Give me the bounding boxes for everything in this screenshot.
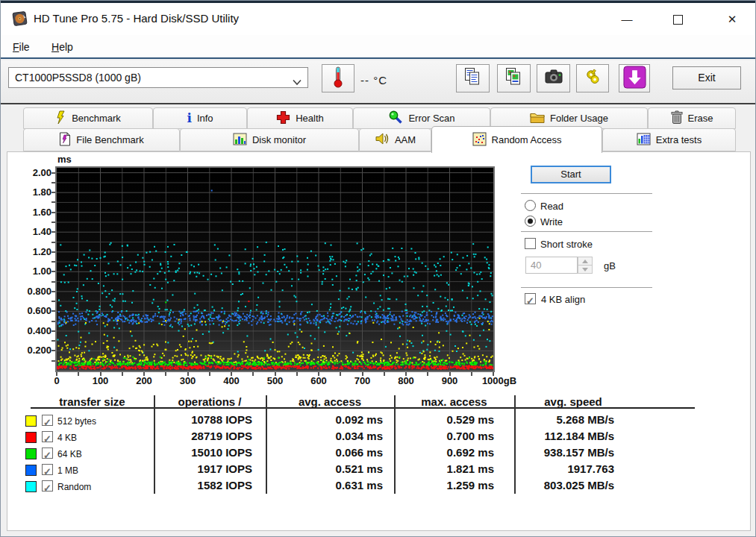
close-button[interactable]: ✕ bbox=[719, 8, 745, 31]
copy-image-button[interactable] bbox=[497, 64, 531, 92]
x-axis-tick bbox=[405, 372, 407, 376]
health-cross-icon bbox=[276, 110, 290, 127]
minimize-button[interactable]: — bbox=[614, 8, 640, 31]
stroke-size-down-button[interactable] bbox=[578, 265, 593, 274]
series-checkbox[interactable] bbox=[42, 415, 53, 426]
x-axis-tick-label: 500 bbox=[267, 375, 284, 386]
short-stroke-label: Short stroke bbox=[540, 239, 593, 250]
tab-aam[interactable]: AAM bbox=[359, 128, 431, 151]
tab-file-benchmark-label: File Benchmark bbox=[76, 134, 143, 145]
tab-error-scan-label: Error Scan bbox=[408, 113, 454, 124]
x-axis-tick bbox=[78, 372, 79, 376]
trash-icon bbox=[671, 110, 683, 127]
update-button[interactable] bbox=[619, 64, 650, 92]
tab-disk-monitor-label: Disk monitor bbox=[252, 134, 306, 145]
thermometer-icon bbox=[332, 66, 344, 91]
screenshot-button[interactable] bbox=[537, 64, 570, 92]
tab-random-access[interactable]: Random Access bbox=[431, 126, 602, 153]
short-stroke-checkbox[interactable] bbox=[525, 238, 536, 249]
x-axis-tick-label: 700 bbox=[354, 375, 371, 386]
tab-file-benchmark[interactable]: File Benchmark bbox=[23, 128, 180, 151]
copy-text-icon bbox=[463, 67, 482, 90]
y-axis-tick bbox=[51, 261, 55, 263]
magnifier-icon bbox=[388, 110, 403, 127]
tab-erase[interactable]: Erase bbox=[648, 107, 736, 129]
y-axis-tick bbox=[51, 222, 55, 223]
y-axis-tick-label: 0.600 bbox=[19, 305, 51, 317]
operations-cell: 1917 IOPS bbox=[154, 462, 266, 477]
x-axis-tick bbox=[187, 372, 189, 376]
x-axis-tick bbox=[362, 372, 363, 376]
y-axis-tick-label: 2.00 bbox=[19, 167, 51, 179]
maximize-button[interactable] bbox=[665, 8, 690, 31]
x-axis-tick bbox=[493, 372, 494, 376]
menu-help[interactable]: Help bbox=[47, 40, 78, 54]
series-color-swatch bbox=[25, 448, 37, 459]
start-button-label: Start bbox=[560, 169, 581, 180]
x-axis-tick bbox=[143, 372, 145, 376]
y-axis-tick bbox=[51, 251, 55, 253]
operations-cell: 10788 IOPS bbox=[154, 413, 266, 428]
operations-cell: 28719 IOPS bbox=[154, 430, 266, 445]
close-icon: ✕ bbox=[728, 13, 737, 25]
tab-health[interactable]: Health bbox=[247, 107, 353, 129]
x-axis-tick bbox=[384, 372, 385, 376]
chevron-down-icon bbox=[293, 75, 302, 89]
copy-image-icon bbox=[504, 67, 523, 90]
short-stroke-size-input[interactable]: 40 bbox=[525, 257, 578, 274]
col-header-operations: operations / bbox=[154, 395, 266, 408]
y-axis-tick-label: 1.00 bbox=[19, 266, 51, 277]
series-color-swatch bbox=[25, 432, 37, 443]
max-access-cell: 1.259 ms bbox=[394, 479, 514, 494]
y-axis-tick-label: 1.20 bbox=[19, 246, 51, 258]
lightning-icon bbox=[55, 110, 66, 127]
exit-button[interactable]: Exit bbox=[672, 66, 741, 90]
transfer-size-label: Random bbox=[57, 482, 91, 492]
x-axis-tick bbox=[275, 372, 276, 376]
stroke-size-unit-label: gB bbox=[604, 260, 616, 271]
align-4kb-label: 4 KB align bbox=[541, 294, 585, 305]
x-axis-tick bbox=[209, 372, 210, 376]
read-radio[interactable] bbox=[525, 200, 536, 211]
y-axis-tick bbox=[51, 201, 55, 203]
operations-cell: 15010 IOPS bbox=[154, 446, 266, 461]
avg-access-cell: 0.092 ms bbox=[266, 413, 394, 428]
transfer-size-label: 4 KB bbox=[57, 433, 77, 443]
x-axis-tick bbox=[122, 372, 123, 376]
align-4kb-checkbox[interactable] bbox=[525, 293, 536, 304]
avg-speed-cell: 938.157 MB/s bbox=[514, 446, 695, 461]
tab-extra-tests[interactable]: Extra tests bbox=[602, 128, 736, 151]
start-button[interactable]: Start bbox=[531, 166, 611, 183]
write-radio[interactable] bbox=[525, 216, 536, 227]
copy-text-button[interactable] bbox=[456, 64, 490, 92]
tab-random-access-label: Random Access bbox=[492, 134, 562, 145]
toolbar: CT1000P5SSD8 (1000 gB) -- °C bbox=[1, 60, 756, 104]
spin-down-icon bbox=[582, 268, 588, 271]
avg-speed-cell: 112.184 MB/s bbox=[514, 430, 695, 445]
max-access-cell: 1.821 ms bbox=[394, 462, 514, 477]
camera-icon bbox=[544, 69, 563, 88]
tab-folder-usage-label: Folder Usage bbox=[550, 113, 608, 124]
x-axis-tick-label: 0 bbox=[54, 375, 59, 386]
window-title: HD Tune Pro 5.75 - Hard Disk/SSD Utility bbox=[34, 12, 239, 25]
menu-file[interactable]: File bbox=[8, 40, 34, 54]
y-axis-tick bbox=[51, 281, 55, 283]
y-axis-tick bbox=[51, 242, 55, 243]
series-checkbox[interactable] bbox=[42, 431, 53, 442]
y-axis-tick bbox=[51, 301, 55, 302]
download-arrow-icon bbox=[623, 66, 646, 92]
temperature-button[interactable] bbox=[322, 64, 354, 92]
tab-benchmark[interactable]: Benchmark bbox=[23, 107, 153, 129]
x-axis-tick bbox=[449, 372, 451, 376]
avg-access-cell: 0.631 ms bbox=[266, 479, 394, 494]
tab-erase-label: Erase bbox=[688, 113, 713, 124]
series-checkbox[interactable] bbox=[42, 464, 53, 475]
hd-tune-window: HD Tune Pro 5.75 - Hard Disk/SSD Utility… bbox=[0, 0, 756, 537]
series-checkbox[interactable] bbox=[42, 448, 53, 459]
drive-selector[interactable]: CT1000P5SSD8 (1000 gB) bbox=[8, 67, 308, 88]
series-checkbox[interactable] bbox=[42, 480, 53, 492]
tab-disk-monitor[interactable]: Disk monitor bbox=[180, 128, 359, 151]
x-axis-tick bbox=[252, 372, 254, 376]
options-button[interactable] bbox=[576, 64, 609, 92]
tab-info[interactable]: i Info bbox=[153, 107, 247, 129]
